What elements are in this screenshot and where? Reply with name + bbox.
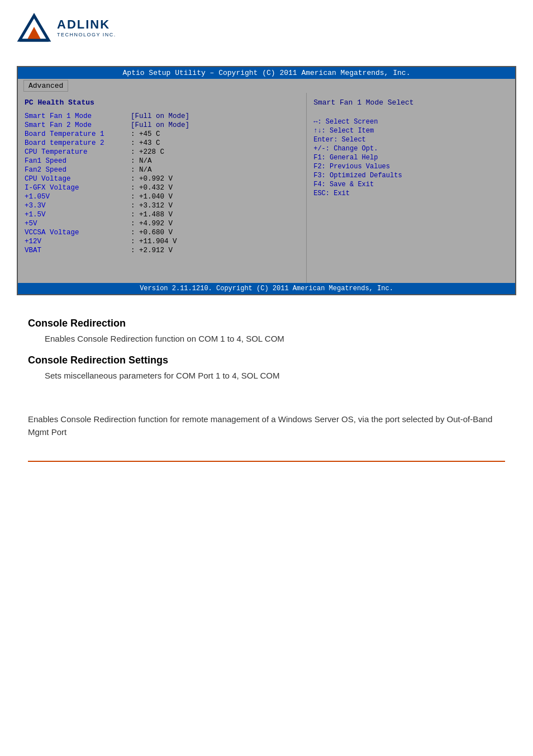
desc-heading: Console Redirection Settings [28,355,505,366]
desc-text: Sets miscellaneous parameters for COM Po… [45,370,505,382]
bottom-desc: Enables Console Redirection function for… [0,402,533,450]
logo-sub: TECHNOLOGY INC. [57,32,116,37]
bios-row-label: Board Temperature 1 [25,130,131,138]
bios-row-label: I-GFX Voltage [25,184,131,192]
bios-row-value: : +45 C [131,130,160,138]
bios-keys: ↔: Select Screen↑↓: Select ItemEnter: Se… [313,118,508,197]
bios-row: +5V: +4.992 V [25,220,299,228]
bios-row-label: VBAT [25,247,131,254]
bios-section-title: PC Health Status [25,98,299,107]
bios-row-label: +1.5V [25,211,131,219]
bios-key-line: Enter: Select [313,136,508,144]
bios-row: VBAT: +2.912 V [25,247,299,254]
bios-row-value: : +0.680 V [131,229,173,237]
bios-tab-advanced[interactable]: Advanced [23,80,68,92]
bios-help-title: Smart Fan 1 Mode Select [313,98,508,107]
bios-row: CPU Voltage: +0.992 V [25,175,299,183]
logo-text: ADLINK TECHNOLOGY INC. [57,17,116,37]
bios-left-panel: PC Health Status Smart Fan 1 Mode[Full o… [18,93,306,283]
bios-row-value: : +4.992 V [131,220,173,228]
bios-footer: Version 2.11.1210. Copyright (C) 2011 Am… [18,283,515,294]
bios-row-value: : +1.488 V [131,211,173,219]
bios-key-line: ↔: Select Screen [313,118,508,126]
bios-row: Fan2 Speed: N/A [25,166,299,174]
svg-marker-1 [27,27,41,40]
desc-indent: Enables Console Redirection function on … [45,333,505,346]
bios-row: Fan1 Speed: N/A [25,157,299,165]
bios-row-label: Board temperature 2 [25,139,131,147]
bios-row: +1.5V: +1.488 V [25,211,299,219]
bios-row-value: : +3.312 V [131,202,173,210]
bios-row: CPU Temperature: +228 C [25,148,299,156]
bios-tab-bar: Advanced [18,79,515,93]
bios-row-label: Fan2 Speed [25,166,131,174]
desc-indent: Sets miscellaneous parameters for COM Po… [45,370,505,382]
bios-row: I-GFX Voltage: +0.432 V [25,184,299,192]
bios-row-label: +1.05V [25,193,131,201]
bottom-desc-text: Enables Console Redirection function for… [28,413,505,438]
bios-row: Board Temperature 1: +45 C [25,130,299,138]
bios-row-value: : +11.904 V [131,238,177,245]
bios-row-value: : +1.040 V [131,193,173,201]
bios-row-label: VCCSA Voltage [25,229,131,237]
bios-row-value: : +43 C [131,139,160,147]
logo-brand: ADLINK [57,17,116,32]
bios-key-line: F4: Save & Exit [313,181,508,188]
adlink-logo-icon [17,11,51,44]
bottom-divider [28,461,505,462]
bios-row: VCCSA Voltage: +0.680 V [25,229,299,237]
bios-body: PC Health Status Smart Fan 1 Mode[Full o… [18,93,515,283]
desc-area: Console RedirectionEnables Console Redir… [0,306,533,402]
bios-row-label: Smart Fan 2 Mode [25,121,131,129]
bios-row-label: +12V [25,238,131,245]
bios-row: Smart Fan 1 Mode[Full on Mode] [25,112,299,120]
bios-key-line: +/-: Change Opt. [313,145,508,153]
desc-text: Enables Console Redirection function on … [45,333,505,346]
bios-row: +12V: +11.904 V [25,238,299,245]
bios-row-value: [Full on Mode] [131,112,189,120]
desc-heading: Console Redirection [28,318,505,329]
bios-key-line: F3: Optimized Defaults [313,172,508,179]
bios-key-line: F1: General Help [313,154,508,162]
bios-row-value: : +2.912 V [131,247,173,254]
bios-title-bar: Aptio Setup Utility – Copyright (C) 2011… [18,67,515,79]
logo-image: ADLINK TECHNOLOGY INC. [17,11,116,44]
bios-row-label: +5V [25,220,131,228]
bios-key-line: ESC: Exit [313,190,508,197]
bios-row-value: : N/A [131,166,152,174]
logo-area: ADLINK TECHNOLOGY INC. [0,0,533,55]
bios-row-label: Fan1 Speed [25,157,131,165]
bios-right-panel: Smart Fan 1 Mode Select ↔: Select Screen… [306,93,515,283]
bios-rows: Smart Fan 1 Mode[Full on Mode]Smart Fan … [25,112,299,254]
bios-row: Board temperature 2: +43 C [25,139,299,147]
bios-row-label: CPU Voltage [25,175,131,183]
bios-row-value: : +0.992 V [131,175,173,183]
bios-row-value: : +228 C [131,148,164,156]
bios-row-value: : N/A [131,157,152,165]
bios-key-line: F2: Previous Values [313,163,508,171]
bios-row-label: +3.3V [25,202,131,210]
bios-row: Smart Fan 2 Mode[Full on Mode] [25,121,299,129]
bios-row-label: Smart Fan 1 Mode [25,112,131,120]
bios-row-value: : +0.432 V [131,184,173,192]
bios-row: +1.05V: +1.040 V [25,193,299,201]
bios-screen: Aptio Setup Utility – Copyright (C) 2011… [17,66,516,295]
bios-row-value: [Full on Mode] [131,121,189,129]
bios-key-line: ↑↓: Select Item [313,127,508,135]
bios-row: +3.3V: +3.312 V [25,202,299,210]
bios-row-label: CPU Temperature [25,148,131,156]
